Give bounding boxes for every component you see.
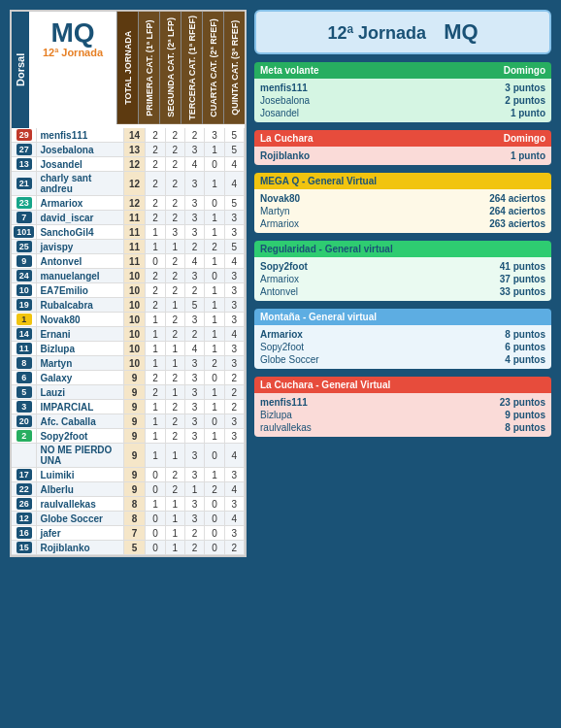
score-cell: 2 xyxy=(146,371,165,385)
player-name: david_iscar xyxy=(37,211,123,225)
score-cell: 1 xyxy=(205,283,224,298)
score-cell: 1 xyxy=(205,327,224,342)
player-name: IMPARCIAL xyxy=(37,400,123,414)
dorsal-cell: 23 xyxy=(12,196,37,211)
dorsal-cell: 26 xyxy=(12,497,37,512)
dorsal-cell: 16 xyxy=(12,526,37,541)
score-cell: 1 xyxy=(165,512,184,526)
card-entry: Globe Soccer4 puntos xyxy=(260,353,545,366)
card-entry-value: 9 puntos xyxy=(505,410,545,420)
table-row: 7david_iscar1122313 xyxy=(12,211,245,225)
table-row: 19Rubalcabra1021513 xyxy=(12,298,245,313)
col-2: SEGUNDA CAT. (2ª LFP) xyxy=(159,12,181,124)
score-cell: 1 xyxy=(146,240,165,254)
cuchara-general-title: La Cuchara - General Virtual xyxy=(260,380,390,390)
table-row: 12Globe Soccer801304 xyxy=(12,512,245,526)
total-score: 9 xyxy=(123,385,145,400)
score-cell: 3 xyxy=(184,497,204,512)
score-cell: 1 xyxy=(146,414,165,429)
total-score: 13 xyxy=(123,143,145,157)
score-cell: 4 xyxy=(224,157,244,172)
score-cell: 1 xyxy=(205,298,224,313)
total-score: 10 xyxy=(123,356,145,371)
mq-main-title: MQ xyxy=(50,19,94,47)
score-cell: 1 xyxy=(165,385,184,400)
card-entry-value: 8 puntos xyxy=(505,329,545,340)
table-row: 13Josandel1222404 xyxy=(12,157,245,172)
player-name: javispy xyxy=(37,240,123,254)
total-score: 12 xyxy=(123,157,145,172)
table-wrapper: Dorsal MQ 12ª Jornada TOTAL JORNADA PRIM… xyxy=(10,10,247,557)
player-name: Rojiblanko xyxy=(37,541,123,555)
regularidad-card: Regularidad - General virtual Sopy2foot4… xyxy=(254,241,551,301)
score-cell: 1 xyxy=(146,444,165,468)
score-cell: 3 xyxy=(224,283,244,298)
dorsal-cell: 5 xyxy=(12,385,37,400)
player-name: menfis111 xyxy=(37,128,123,143)
score-cell: 2 xyxy=(146,172,165,196)
score-cell: 2 xyxy=(165,157,184,172)
card-entry-value: 264 aciertos xyxy=(489,206,545,216)
table-row: 9Antonvel1102414 xyxy=(12,254,245,269)
player-name: Ernani xyxy=(37,327,123,342)
card-entry: Novak80264 aciertos xyxy=(260,192,545,205)
score-cell: 1 xyxy=(146,429,165,444)
player-name: raulvallekas xyxy=(37,497,123,512)
montana-body: Armariox8 puntosSopy2foot6 puntosGlobe S… xyxy=(254,325,551,369)
table-row: 6Galaxy922302 xyxy=(12,371,245,385)
player-name: Josebalona xyxy=(37,143,123,157)
dorsal-cell: 25 xyxy=(12,240,37,254)
total-score: 11 xyxy=(123,225,145,240)
table-row: 101SanchoGil41113313 xyxy=(12,225,245,240)
card-entry-name: Josandel xyxy=(260,108,299,118)
total-score: 10 xyxy=(123,298,145,313)
montana-header: Montaña - General virtual xyxy=(254,309,551,325)
card-entry-value: 23 puntos xyxy=(500,397,545,408)
score-cell: 3 xyxy=(224,414,244,429)
score-cell: 5 xyxy=(224,128,244,143)
player-name: Sopy2foot xyxy=(37,429,123,444)
cuchara-body: Rojiblanko1 punto xyxy=(254,147,551,165)
score-cell: 1 xyxy=(165,298,184,313)
player-name: Alberlu xyxy=(37,482,123,497)
score-cell: 4 xyxy=(184,342,204,356)
total-score: 10 xyxy=(123,313,145,327)
player-name: jafer xyxy=(37,526,123,541)
score-cell: 2 xyxy=(146,128,165,143)
score-cell: 3 xyxy=(184,196,204,211)
meta-volante-header: Meta volante Domingo xyxy=(254,62,551,79)
score-cell: 0 xyxy=(146,512,165,526)
dorsal-cell: 101 xyxy=(12,225,37,240)
card-entry-name: Globe Soccer xyxy=(260,354,319,365)
score-cell: 3 xyxy=(224,356,244,371)
dorsal-cell: 27 xyxy=(12,143,37,157)
total-score: 12 xyxy=(123,196,145,211)
score-cell: 1 xyxy=(165,342,184,356)
player-name: Lauzi xyxy=(37,385,123,400)
meta-volante-title: Meta volante xyxy=(260,65,319,76)
score-cell: 2 xyxy=(165,269,184,283)
cuchara-general-header: La Cuchara - General Virtual xyxy=(254,377,551,393)
dorsal-cell xyxy=(12,444,37,468)
score-cell: 1 xyxy=(165,526,184,541)
col-1: PRIMERA CAT. (1ª LFP) xyxy=(138,12,159,124)
score-cell: 2 xyxy=(165,196,184,211)
card-entry-name: Antonvel xyxy=(260,286,298,297)
score-cell: 1 xyxy=(205,429,224,444)
table-row: 1Novak801012313 xyxy=(12,313,245,327)
card-entry-value: 1 punto xyxy=(511,150,545,161)
score-cell: 1 xyxy=(146,342,165,356)
card-entry-name: raulvallekas xyxy=(260,422,312,433)
dorsal-cell: 7 xyxy=(12,211,37,225)
score-cell: 5 xyxy=(224,196,244,211)
dorsal-cell: 15 xyxy=(12,541,37,555)
card-entry-value: 8 puntos xyxy=(505,422,545,433)
player-name: manuelangel xyxy=(37,269,123,283)
score-cell: 3 xyxy=(184,172,204,196)
table-row: 2Sopy2foot912313 xyxy=(12,429,245,444)
score-cell: 1 xyxy=(205,211,224,225)
score-cell: 1 xyxy=(205,225,224,240)
dorsal-cell: 3 xyxy=(12,400,37,414)
meta-volante-day: Domingo xyxy=(504,65,545,76)
dorsal-cell: 1 xyxy=(12,313,37,327)
